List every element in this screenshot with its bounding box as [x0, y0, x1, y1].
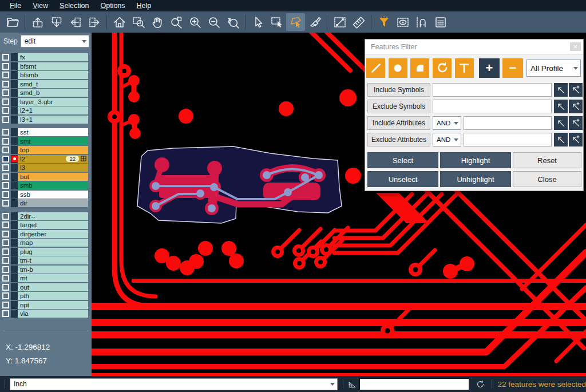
select-polygon-icon[interactable] — [286, 13, 305, 31]
feature-type-surface-icon[interactable] — [410, 58, 429, 78]
layer-name-cell[interactable]: layer_3.gbr — [18, 98, 88, 106]
layer-visibility-checkbox[interactable] — [2, 89, 9, 96]
home-icon[interactable] — [110, 13, 129, 31]
include-attributes-input[interactable] — [464, 116, 552, 130]
layer-row-bfsmb[interactable]: bfsmb — [1, 71, 92, 79]
layer-visibility-checkbox[interactable] — [2, 302, 9, 308]
layer-visibility-checkbox[interactable] — [2, 221, 9, 228]
layer-name-cell[interactable]: 2dir-- — [18, 212, 88, 220]
layer-row-dirgerber[interactable]: dirgerber — [1, 230, 92, 238]
add-filter-button[interactable]: + — [479, 58, 500, 78]
pan-hand-icon[interactable] — [148, 13, 167, 31]
layer-row-dir[interactable]: dir — [1, 199, 92, 207]
pick-add-from-canvas-icon[interactable] — [569, 116, 583, 130]
layer-row-smb[interactable]: smb — [1, 181, 92, 189]
layer-row-bot[interactable]: bot — [1, 173, 92, 181]
layer-name-cell[interactable]: map — [18, 239, 88, 247]
layer-visibility-checkbox[interactable] — [2, 213, 9, 220]
layer-row-l2+1[interactable]: l2+1 — [1, 106, 92, 114]
zoom-object-icon[interactable] — [167, 13, 185, 31]
layer-row-layer_3.gbr[interactable]: layer_3.gbr — [1, 98, 92, 106]
include-symbols-input[interactable] — [433, 83, 552, 97]
layer-row-top[interactable]: top — [1, 146, 92, 154]
include-attributes-button[interactable]: Include Attributes — [367, 116, 430, 130]
layer-name-cell[interactable]: smt — [18, 137, 88, 145]
profile-select[interactable]: All Profile — [526, 60, 581, 77]
layers-panel-icon[interactable] — [431, 13, 450, 31]
include-attributes-operator-select[interactable]: AND — [433, 116, 461, 130]
layer-row-smd_t[interactable]: smd_t — [1, 80, 92, 88]
pick-add-from-canvas-icon[interactable] — [569, 83, 583, 97]
layer-visibility-checkbox[interactable] — [2, 173, 9, 180]
pick-from-canvas-icon[interactable] — [554, 83, 568, 97]
layer-row-via[interactable]: via — [1, 310, 92, 318]
layer-name-cell[interactable]: smd_b — [18, 89, 88, 97]
layer-visibility-checkbox[interactable] — [2, 257, 9, 264]
close-button[interactable]: Close — [513, 171, 581, 187]
include-symbols-button[interactable]: Include Symbols — [367, 83, 430, 97]
layer-row-bfsmt[interactable]: bfsmt — [1, 62, 92, 70]
layer-visibility-checkbox[interactable] — [2, 54, 9, 61]
unhighlight-button[interactable]: Unhighlight — [440, 171, 511, 187]
exclude-symbols-button[interactable]: Exclude Symbols — [367, 100, 430, 113]
layer-name-cell[interactable]: pth — [18, 292, 88, 300]
feature-type-pad-icon[interactable] — [389, 58, 407, 78]
layer-name-cell[interactable]: l3+1 — [18, 116, 88, 124]
layer-row-fx[interactable]: fx — [1, 53, 92, 61]
remove-filter-button[interactable]: − — [502, 58, 523, 78]
layer-name-cell[interactable]: npt — [18, 301, 88, 309]
layer-visibility-checkbox[interactable] — [2, 284, 9, 291]
layer-visibility-checkbox[interactable] — [2, 156, 9, 163]
layer-row-out[interactable]: out — [1, 283, 92, 291]
zoom-previous-icon[interactable] — [223, 13, 242, 31]
layer-name-cell[interactable]: bot — [18, 173, 88, 181]
layer-visibility-checkbox[interactable] — [2, 310, 9, 317]
exclude-attributes-input[interactable] — [464, 133, 552, 146]
menu-file[interactable]: File — [5, 1, 26, 11]
zoom-in-icon[interactable] — [185, 13, 204, 31]
feature-type-line-icon[interactable] — [366, 58, 385, 78]
pan-left-icon[interactable] — [66, 13, 85, 31]
layer-visibility-checkbox[interactable] — [2, 231, 9, 237]
layer-name-cell[interactable]: fx — [18, 53, 88, 61]
layer-visibility-checkbox[interactable] — [2, 138, 9, 145]
layer-row-plug[interactable]: plug — [1, 248, 92, 256]
unit-select[interactable]: Inch — [10, 378, 338, 390]
feature-type-text-icon[interactable] — [455, 58, 474, 78]
layer-row-tm-b[interactable]: tm-b — [1, 266, 92, 274]
layer-name-cell[interactable]: ssb — [18, 191, 88, 199]
layer-name-cell[interactable]: smb — [18, 181, 88, 189]
layer-row-map[interactable]: map — [1, 239, 92, 247]
layer-visibility-checkbox[interactable] — [2, 107, 9, 114]
snap-magnet-icon[interactable] — [412, 13, 431, 31]
layer-visibility-checkbox[interactable] — [2, 191, 9, 198]
layer-row-mt[interactable]: mt — [1, 274, 92, 282]
layer-visibility-checkbox[interactable] — [2, 182, 9, 189]
layer-visibility-checkbox[interactable] — [2, 63, 9, 70]
layer-name-cell[interactable]: l3 — [18, 164, 88, 172]
layer-visibility-checkbox[interactable] — [2, 292, 9, 299]
select-rectangle-icon[interactable] — [267, 13, 286, 31]
select-button[interactable]: Select — [367, 152, 438, 168]
command-input[interactable] — [359, 378, 469, 390]
layer-name-cell[interactable]: out — [18, 283, 88, 291]
layer-row-sst[interactable]: sst — [1, 128, 92, 136]
layer-visibility-checkbox[interactable] — [2, 200, 9, 207]
filter-funnel-icon[interactable] — [374, 13, 393, 31]
layer-visibility-checkbox[interactable] — [2, 164, 9, 171]
pick-from-canvas-icon[interactable] — [554, 100, 568, 113]
step-select[interactable]: edit — [21, 35, 89, 47]
pan-right-icon[interactable] — [85, 13, 104, 31]
layer-name-cell[interactable]: target — [18, 221, 88, 229]
pick-add-from-canvas-icon[interactable] — [569, 133, 583, 146]
menu-options[interactable]: Options — [95, 1, 130, 11]
pick-add-from-canvas-icon[interactable] — [569, 100, 583, 113]
exclude-attributes-operator-select[interactable]: AND — [433, 133, 461, 146]
measure-line-icon[interactable] — [330, 13, 349, 31]
layer-name-cell[interactable]: bfsmt — [18, 62, 88, 70]
layer-visibility-checkbox[interactable] — [2, 248, 9, 255]
layer-name-cell[interactable]: sst — [18, 128, 88, 136]
layer-name-cell[interactable]: mt — [18, 274, 88, 282]
layer-name-cell[interactable]: tm-t — [18, 256, 88, 264]
layer-name-cell[interactable]: tm-b — [18, 266, 88, 274]
